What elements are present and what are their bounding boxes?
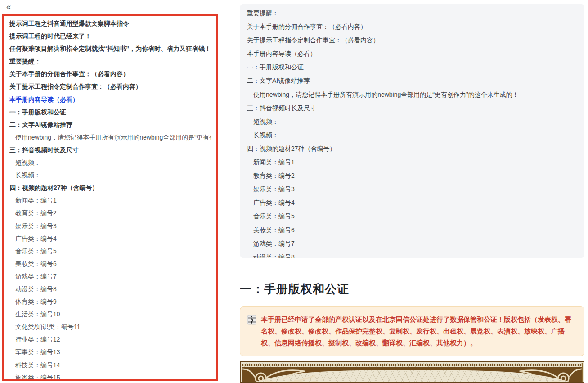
overview-line: 关于提示工程指令定制合作事宜：（必看内容） (247, 33, 577, 47)
toc-item[interactable]: 广告类：编号4 (9, 232, 211, 245)
overview-line: 四：视频的题材27种（含编号） (247, 142, 577, 155)
toc-item[interactable]: 旅游类：编号15 (9, 371, 211, 381)
toc-item[interactable]: 使用newbing，请您记得本手册所有演示用的newbing全部用的是“更有创作… (9, 131, 211, 144)
overview-line: 音乐类：编号5 (247, 209, 577, 223)
toc-item[interactable]: 教育类：编号2 (9, 207, 211, 219)
certificate-ornament (242, 367, 582, 383)
toc-item[interactable]: 行业类：编号12 (9, 333, 211, 346)
musical-score-icon (247, 315, 256, 325)
overview-line: 长视频： (247, 128, 577, 142)
section-title: 一：手册版权和公证 (240, 280, 584, 298)
overview-line: 教育类：编号2 (247, 169, 577, 182)
toc-item[interactable]: 二：文字AI镜像站推荐 (9, 118, 211, 131)
overview-line: 关于本手册的分佣合作事宜：（必看内容） (247, 20, 577, 33)
toc-item[interactable]: 游戏类：编号7 (9, 270, 211, 283)
overview-line: 一：手册版权和公证 (247, 60, 577, 74)
callout-text: 本手册已经申请了全部的产权认证以及在北京国信公证处进行了数据保管和公证！版权包括… (261, 314, 576, 349)
toc-item[interactable]: 动漫类：编号8 (9, 283, 211, 295)
toc-item[interactable]: 长视频： (9, 169, 211, 181)
overview-line: 广告类：编号4 (247, 196, 577, 209)
certificate-image (240, 361, 584, 383)
overview-line: 动漫类：编号8 (247, 250, 577, 258)
toc-item[interactable]: 音乐类：编号5 (9, 245, 211, 257)
toc-item[interactable]: 军事类：编号13 (9, 346, 211, 358)
toc-item[interactable]: 一：手册版权和公证 (9, 106, 211, 118)
toc-item[interactable]: 四：视频的题材27种（含编号） (9, 181, 211, 194)
toc-item[interactable]: 体育类：编号9 (9, 295, 211, 308)
toc-item[interactable]: 任何疑难项目解决和指令定制就找“抖知书”，为你省时、省力又狂省钱！ (9, 42, 211, 55)
toc-item[interactable]: 三：抖音视频时长及尺寸 (9, 144, 211, 156)
toc-item[interactable]: 美妆类：编号6 (9, 257, 211, 270)
certificate-frame (242, 363, 583, 383)
toc-item[interactable]: 重要提醒： (9, 55, 211, 68)
toc-item[interactable]: 关于提示工程指令定制合作事宜：（必看内容） (9, 80, 211, 93)
overview-line: 使用newbing，请您记得本手册所有演示用的newbing全部用的是“更有创作… (247, 88, 577, 101)
overview-line: 美妆类：编号6 (247, 223, 577, 237)
overview-line: 短视频： (247, 115, 577, 128)
toc-item[interactable]: 短视频： (9, 156, 211, 169)
certificate-border-pattern (242, 364, 582, 366)
toc-item[interactable]: 科技类：编号14 (9, 359, 211, 371)
overview-summary-box: 重要提醒：关于本手册的分佣合作事宜：（必看内容）关于提示工程指令定制合作事宜：（… (240, 4, 584, 258)
collapse-sidebar-icon[interactable]: « (6, 1, 11, 13)
overview-line: 二：文字AI镜像站推荐 (247, 74, 577, 87)
overview-line: 三：抖音视频时长及尺寸 (247, 101, 577, 115)
overview-line: 娱乐类：编号3 (247, 182, 577, 196)
copyright-callout: 本手册已经申请了全部的产权认证以及在北京国信公证处进行了数据保管和公证！版权包括… (240, 306, 584, 356)
toc-item[interactable]: 新闻类：编号1 (9, 194, 211, 207)
table-of-contents: 提示词工程之抖音通用型爆款文案脚本指令提示词工程的时代已经来了！任何疑难项目解决… (2, 14, 218, 381)
toc-item[interactable]: 提示词工程的时代已经来了！ (9, 30, 211, 42)
toc-item[interactable]: 文化类/知识类：编号11 (9, 320, 211, 333)
toc-item[interactable]: 提示词工程之抖音通用型爆款文案脚本指令 (9, 17, 211, 30)
overview-line: 新闻类：编号1 (247, 155, 577, 169)
toc-item[interactable]: 生活类：编号10 (9, 308, 211, 320)
toc-item[interactable]: 本手册内容导读（必看） (9, 93, 211, 106)
overview-line: 本手册内容导读（必看） (247, 47, 577, 60)
toc-item[interactable]: 娱乐类：编号3 (9, 220, 211, 232)
document-viewer: « 提示词工程之抖音通用型爆款文案脚本指令提示词工程的时代已经来了！任何疑难项目… (0, 0, 588, 383)
toc-item[interactable]: 关于本手册的分佣合作事宜：（必看内容） (9, 68, 211, 80)
overview-line: 重要提醒： (247, 6, 577, 20)
section-divider (240, 269, 584, 269)
document-content: 重要提醒：关于本手册的分佣合作事宜：（必看内容）关于提示工程指令定制合作事宜：（… (240, 0, 584, 383)
overview-line: 游戏类：编号7 (247, 237, 577, 250)
